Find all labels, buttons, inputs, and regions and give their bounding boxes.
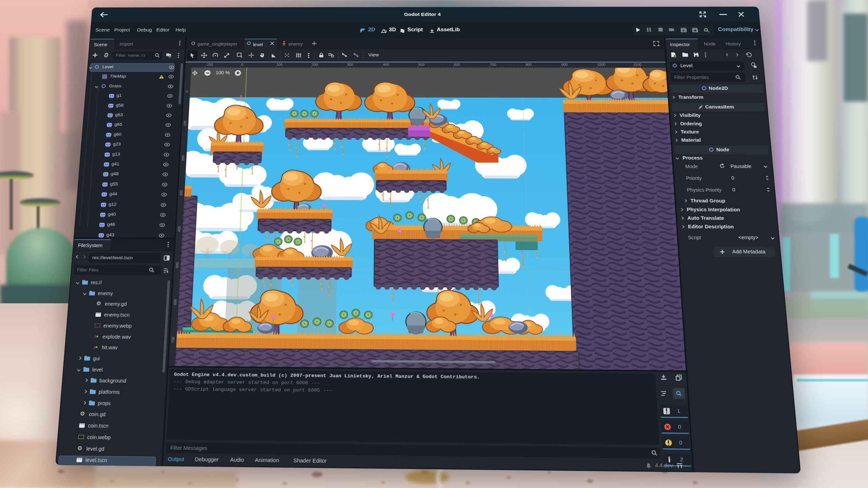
svg-text:100 %: 100 %: [216, 70, 230, 75]
